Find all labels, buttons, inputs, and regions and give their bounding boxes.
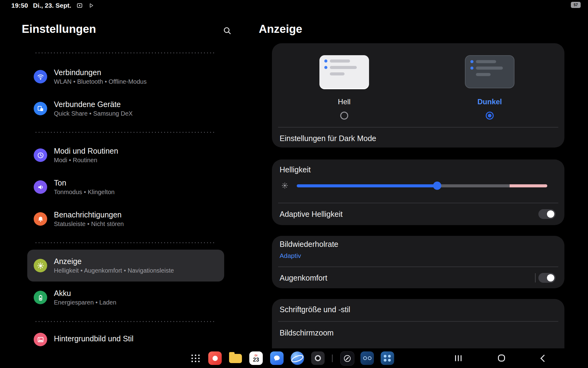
item-label: Akku <box>54 289 116 298</box>
display-icon <box>34 259 47 272</box>
card-separator <box>278 127 558 128</box>
dark-mode-settings-row[interactable]: Einstellungen für Dark Mode <box>280 131 376 146</box>
settings-screen: 19:50 Di., 23. Sept. 57 Einstellungen Ve… <box>0 0 588 368</box>
sidebar-item-hintergrundbild[interactable]: Hintergrundbild und Stil <box>34 329 217 350</box>
screen-zoom-row[interactable]: Bildschirmzoom <box>280 325 334 340</box>
date: Di., 23. Sept. <box>33 2 71 9</box>
item-label: Ton <box>54 179 115 187</box>
wifi-icon <box>34 70 47 83</box>
item-label: Verbindungen <box>54 68 147 77</box>
eye-comfort-label[interactable]: Augenkomfort <box>280 270 327 286</box>
battery-percent: 57 <box>574 3 578 7</box>
item-subtitle: Quick Share • Samsung DeX <box>54 110 133 117</box>
screen-capture-icon <box>76 2 83 9</box>
app-red-icon <box>213 356 218 361</box>
item-label: Hintergrundbild und Stil <box>54 335 134 343</box>
item-subtitle: Helligkeit • Augenkomfort • Navigationsl… <box>54 267 174 274</box>
sidebar-item-verbundene-geraete[interactable]: Verbundene GeräteQuick Share • Samsung D… <box>34 98 217 119</box>
adaptive-brightness-toggle[interactable] <box>538 209 556 219</box>
battery-indicator: 57 <box>571 2 581 8</box>
dock-app-red[interactable] <box>208 351 222 365</box>
dark-mode-label: Dunkel <box>459 98 520 106</box>
sound-icon <box>34 180 47 194</box>
dock-app-blue[interactable] <box>381 351 394 365</box>
wallpaper-icon <box>34 333 47 346</box>
adaptive-brightness-label: Adaptive Helligkeit <box>280 206 343 222</box>
mode-card: Hell Dunkel Einstellungen für Dark Mode <box>272 43 564 148</box>
back-button[interactable] <box>540 355 548 362</box>
brightness-fill <box>297 184 437 187</box>
settings-title: Einstellungen <box>22 23 96 36</box>
preview-bar <box>476 73 491 76</box>
preview-row <box>470 60 514 63</box>
dock-divider <box>332 355 333 362</box>
search-icon <box>223 26 232 35</box>
brightness-sun-icon <box>280 181 290 190</box>
dark-mode-radio[interactable] <box>486 112 494 120</box>
dock-calendar[interactable]: Di 23 <box>249 351 263 365</box>
preview-dot <box>324 66 327 69</box>
light-mode-radio[interactable] <box>340 112 348 120</box>
dock-app-glasses[interactable] <box>360 351 374 365</box>
item-label: Benachrichtigungen <box>54 211 124 219</box>
sidebar-item-verbindungen[interactable]: VerbindungenWLAN • Bluetooth • Offline-M… <box>34 67 217 87</box>
preview-dot <box>470 60 473 63</box>
modes-icon <box>34 148 47 162</box>
item-label: Modi und Routinen <box>54 147 118 155</box>
clock: 19:50 <box>11 2 28 9</box>
divider-dotted <box>36 132 216 133</box>
preview-bar <box>330 66 357 69</box>
light-mode-label: Hell <box>314 98 375 106</box>
dock-app-dark[interactable] <box>340 351 354 366</box>
sidebar-item-akku[interactable]: AkkuEnergiesparen • Laden <box>34 287 217 308</box>
preview-bar <box>330 59 350 63</box>
font-size-row[interactable]: Schriftgröße und -stil <box>280 302 350 317</box>
sidebar-item-benachrichtigungen[interactable]: BenachrichtigungenStatusleiste • Nicht s… <box>34 209 217 229</box>
dark-mode-preview[interactable] <box>465 55 514 88</box>
refresh-card: Bildwiederholrate Adaptiv Augenkomfort <box>272 236 564 288</box>
play-store-icon <box>88 2 95 9</box>
dock-messages[interactable] <box>270 351 284 365</box>
app-drawer-button[interactable] <box>191 355 200 362</box>
battery-icon <box>34 291 47 304</box>
sidebar-item-ton[interactable]: TonTonmodus • Klingelton <box>34 177 217 197</box>
home-button[interactable] <box>498 355 505 362</box>
recents-button[interactable] <box>455 355 462 361</box>
glasses-icon <box>368 356 371 360</box>
brightness-thumb[interactable] <box>433 182 441 190</box>
card-separator <box>278 203 558 203</box>
refresh-rate-row[interactable]: Bildwiederholrate <box>280 238 338 250</box>
circle-slash-icon <box>344 355 351 362</box>
brightness-extra-zone <box>510 184 547 187</box>
sidebar-item-modi-und-routinen[interactable]: Modi und RoutinenModi • Routinen <box>34 145 217 165</box>
dock-camera[interactable] <box>311 351 325 365</box>
brightness-title: Helligkeit <box>280 162 311 177</box>
status-bar: 19:50 Di., 23. Sept. 57 <box>0 0 588 11</box>
item-subtitle: Energiesparen • Laden <box>54 299 116 306</box>
glasses-icon <box>363 356 367 360</box>
divider-dotted <box>36 321 216 322</box>
dock-internet[interactable] <box>291 351 304 365</box>
chat-bubble-icon <box>273 354 281 362</box>
row-divider <box>535 273 536 282</box>
light-mode-preview[interactable] <box>319 55 369 88</box>
devices-icon <box>34 102 47 115</box>
item-label: Verbundene Geräte <box>54 100 133 109</box>
search-button[interactable] <box>222 25 233 36</box>
preview-dot <box>470 67 473 70</box>
page-title: Anzeige <box>259 23 302 36</box>
preview-row <box>470 73 514 76</box>
preview-bar <box>476 60 496 63</box>
brightness-slider[interactable] <box>297 184 547 187</box>
preview-row <box>470 67 514 70</box>
bell-icon <box>34 212 47 226</box>
eye-comfort-toggle[interactable] <box>538 273 556 283</box>
item-subtitle: Tonmodus • Klingelton <box>54 189 115 195</box>
divider-dotted <box>36 242 216 243</box>
calendar-weekday: Di <box>255 354 258 357</box>
sidebar-item-anzeige[interactable]: AnzeigeHelligkeit • Augenkomfort • Navig… <box>34 255 217 276</box>
preview-bar <box>476 67 503 70</box>
dock-my-files[interactable] <box>229 354 242 363</box>
refresh-rate-value: Adaptiv <box>280 251 301 260</box>
item-subtitle: Statusleiste • Nicht stören <box>54 220 124 227</box>
